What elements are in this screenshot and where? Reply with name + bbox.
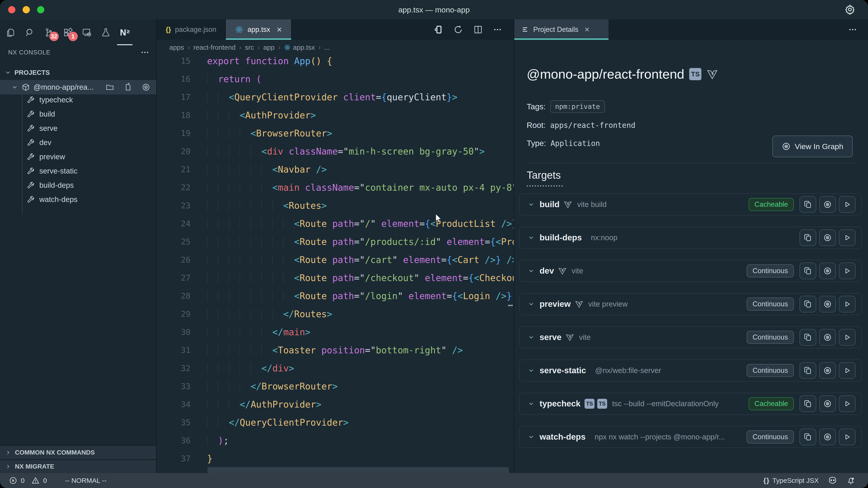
remote-explorer-icon[interactable] (81, 27, 92, 38)
inspect-button[interactable] (819, 296, 836, 313)
inspect-button[interactable] (819, 229, 836, 246)
code-line[interactable]: 17 <QueryClientProvider client={queryCli… (157, 88, 514, 106)
language-mode[interactable]: { } TypeScript JSX (763, 477, 819, 484)
inspect-button[interactable] (819, 263, 836, 279)
copilot-icon[interactable] (828, 476, 837, 485)
chevron-down-icon[interactable] (528, 367, 535, 374)
refresh-icon[interactable] (453, 25, 463, 35)
breadcrumb-item[interactable]: src (245, 43, 254, 51)
inspect-button[interactable] (819, 329, 836, 346)
breadcrumb-item[interactable]: react-frontend (193, 43, 236, 51)
code-line[interactable]: 36 ); (157, 431, 514, 450)
inspect-button[interactable] (819, 196, 836, 213)
tab-package-json[interactable]: {} package.json (157, 20, 226, 40)
code-line[interactable]: 19 <BrowserRouter> (157, 124, 514, 142)
warning-count[interactable]: 0 (43, 477, 47, 484)
sidebar-target-item[interactable]: dev (0, 135, 156, 150)
copy-button[interactable] (800, 296, 816, 313)
focus-target-icon[interactable] (142, 83, 150, 92)
code-line[interactable]: 31 <Toaster position="bottom-right" /> (157, 341, 514, 359)
source-control-icon[interactable]: 32 (43, 27, 54, 38)
code-line[interactable]: 35 </QueryClientProvider> (157, 414, 514, 431)
copy-button[interactable] (800, 395, 816, 412)
chevron-down-icon[interactable] (528, 433, 535, 440)
code-line[interactable]: 22 <main className="container mx-auto px… (157, 178, 514, 197)
run-target-button[interactable] (839, 296, 856, 313)
sidebar-target-item[interactable]: serve-static (0, 164, 156, 178)
common-nx-commands-section[interactable]: COMMON NX COMMANDS (0, 445, 156, 459)
sidebar-target-item[interactable]: build-deps (0, 178, 156, 192)
code-line[interactable]: 25 <Route path="/products/:id" element={… (157, 233, 514, 251)
target-card[interactable]: preview vite preview Continuous (519, 293, 862, 315)
close-tab-icon[interactable]: ✕ (584, 26, 590, 33)
breadcrumb-item[interactable]: ... (324, 43, 330, 51)
open-project-details-icon[interactable] (433, 24, 443, 35)
run-target-button[interactable] (839, 429, 856, 445)
more-actions-icon[interactable] (493, 25, 502, 34)
target-card[interactable]: build vite build Cacheable (519, 193, 862, 216)
inspect-button[interactable] (819, 395, 836, 412)
code-line[interactable]: 34 </AuthProvider> (157, 395, 514, 414)
sidebar-target-item[interactable]: watch-deps (0, 192, 156, 206)
code-line[interactable]: 23 <Routes> (157, 197, 514, 215)
explorer-icon[interactable] (5, 27, 16, 38)
code-line[interactable]: 24 <Route path="/" element={<ProductList… (157, 215, 514, 233)
open-config-file-icon[interactable] (124, 83, 132, 92)
sidebar-target-item[interactable]: build (0, 107, 156, 121)
code-line[interactable]: 18 <AuthProvider> (157, 106, 514, 124)
code-line[interactable]: 29 </Routes> (157, 305, 514, 323)
settings-gear-icon[interactable] (844, 4, 855, 15)
code-line[interactable]: 37} (157, 450, 514, 468)
copy-button[interactable] (800, 196, 816, 213)
close-tab-icon[interactable]: ✕ (276, 26, 282, 34)
copy-button[interactable] (800, 362, 816, 379)
target-card[interactable]: build-deps nx:noop (519, 227, 862, 249)
chevron-down-icon[interactable] (528, 301, 535, 307)
run-target-button[interactable] (839, 362, 856, 379)
errors-icon[interactable] (9, 477, 17, 485)
split-editor-icon[interactable] (473, 25, 483, 35)
project-tree-item[interactable]: @mono-app/rea... (0, 80, 156, 94)
sidebar-more-actions-icon[interactable] (141, 48, 149, 57)
code-line[interactable]: 21 <Navbar /> (157, 160, 514, 178)
projects-section-header[interactable]: PROJECTS (0, 66, 156, 79)
breadcrumb-item[interactable]: app.tsx (284, 43, 315, 51)
chevron-down-icon[interactable] (528, 334, 535, 341)
copy-button[interactable] (800, 229, 816, 246)
target-card[interactable]: serve-static @nx/web:file-server Continu… (519, 359, 862, 382)
run-target-button[interactable] (839, 329, 856, 346)
warnings-icon[interactable] (31, 477, 39, 485)
nx-console-icon[interactable]: N≥ (119, 27, 130, 38)
chevron-down-icon[interactable] (528, 267, 535, 274)
code-line[interactable]: 27 <Route path="/checkout" element={<Che… (157, 269, 514, 287)
code-line[interactable]: 20 <div className="min-h-screen bg-gray-… (157, 142, 514, 160)
target-card[interactable]: typecheck TS TS tsc --build --emitDeclar… (519, 393, 862, 415)
chevron-down-icon[interactable] (528, 201, 535, 208)
sidebar-target-item[interactable]: typecheck (0, 93, 156, 107)
notifications-bell-icon[interactable] (846, 476, 855, 485)
run-target-button[interactable] (839, 229, 856, 246)
open-folder-icon[interactable] (105, 83, 114, 92)
sidebar-target-item[interactable]: preview (0, 150, 156, 164)
copy-button[interactable] (800, 263, 816, 279)
copy-button[interactable] (800, 329, 816, 346)
target-card[interactable]: watch-deps npx nx watch --projects @mono… (519, 426, 862, 448)
nx-migrate-section[interactable]: NX MIGRATE (0, 459, 156, 473)
code-editor[interactable]: 15export function App() {16 return (17 <… (157, 52, 514, 473)
inspect-button[interactable] (819, 429, 836, 445)
breadcrumb-item[interactable]: app (264, 43, 275, 51)
run-target-button[interactable] (839, 263, 856, 279)
run-target-button[interactable] (839, 196, 856, 213)
copy-button[interactable] (800, 429, 816, 445)
code-line[interactable]: 16 return ( (157, 70, 514, 88)
sidebar-target-item[interactable]: serve (0, 121, 156, 135)
code-line[interactable]: 26 <Route path="/cart" element={<Cart />… (157, 251, 514, 269)
breadcrumb-item[interactable]: apps (169, 43, 184, 51)
error-count[interactable]: 0 (21, 477, 25, 484)
code-line[interactable]: 33 </BrowserRouter> (157, 377, 514, 395)
tab-project-details[interactable]: Project Details ✕ (514, 20, 609, 40)
tab-app-tsx[interactable]: app.tsx ✕ (226, 20, 291, 40)
code-line[interactable]: 30 </main> (157, 323, 514, 341)
chevron-down-icon[interactable] (528, 234, 535, 241)
testing-flask-icon[interactable] (100, 27, 111, 38)
